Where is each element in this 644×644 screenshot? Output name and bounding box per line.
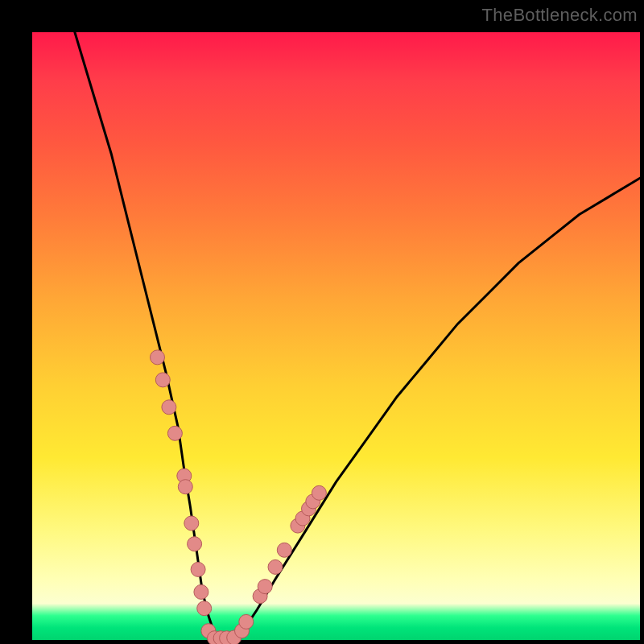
- curve-layer: [32, 32, 640, 640]
- bottleneck-curve: [75, 32, 640, 638]
- data-marker: [197, 601, 212, 616]
- data-marker: [155, 373, 170, 387]
- watermark-text: TheBottleneck.com: [482, 5, 638, 26]
- data-marker: [258, 580, 272, 594]
- data-marker: [184, 516, 199, 530]
- data-marker: [268, 559, 283, 574]
- data-marker: [312, 485, 326, 500]
- marker-group: [151, 350, 327, 644]
- data-marker: [277, 543, 291, 557]
- plot-area: [32, 32, 640, 640]
- chart-frame: TheBottleneck.com: [0, 0, 644, 644]
- data-marker: [188, 537, 202, 551]
- data-marker: [239, 614, 254, 629]
- data-marker: [151, 350, 165, 365]
- data-marker: [194, 584, 208, 599]
- data-marker: [162, 400, 176, 415]
- data-marker: [178, 480, 192, 494]
- data-marker: [191, 562, 205, 576]
- data-marker: [167, 426, 182, 440]
